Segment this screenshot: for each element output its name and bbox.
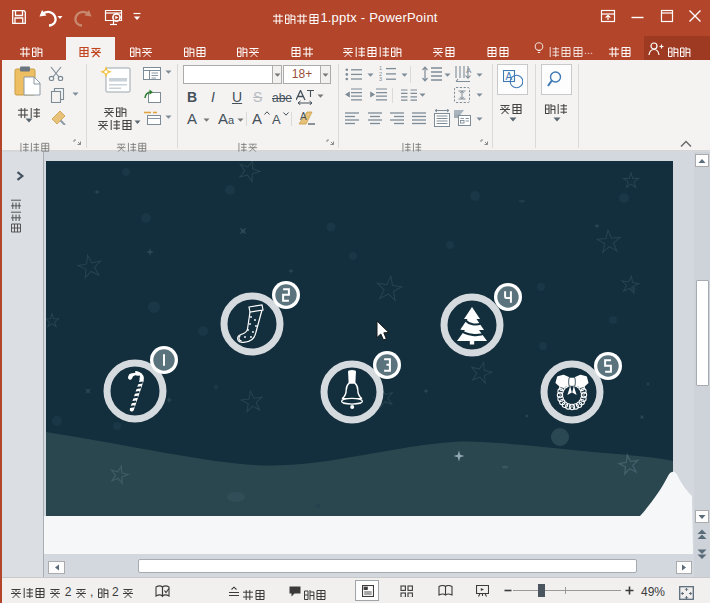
svg-text:3: 3 bbox=[379, 76, 382, 82]
svg-text:A: A bbox=[300, 111, 307, 122]
svg-text:A: A bbox=[466, 66, 472, 75]
svg-text:A: A bbox=[506, 71, 513, 82]
